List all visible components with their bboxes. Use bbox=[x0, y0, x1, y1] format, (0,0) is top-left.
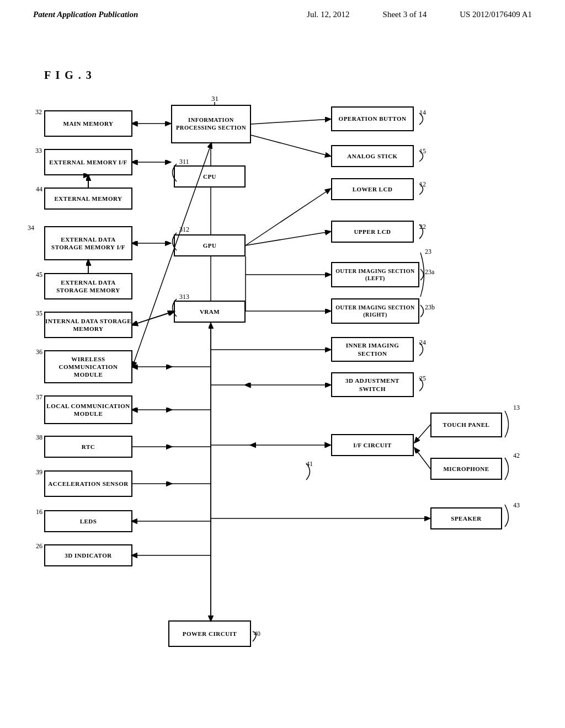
svg-text:37: 37 bbox=[36, 393, 42, 401]
gpu-box: GPU bbox=[174, 234, 246, 256]
svg-text:23a: 23a bbox=[425, 268, 435, 276]
svg-text:42: 42 bbox=[513, 452, 520, 459]
svg-text:311: 311 bbox=[179, 158, 189, 165]
three-d-adjustment-box: 3D ADJUSTMENT SWITCH bbox=[331, 372, 414, 397]
local-comm-box: LOCAL COMMUNICATION MODULE bbox=[44, 395, 132, 424]
svg-text:313: 313 bbox=[179, 293, 189, 301]
svg-text:24: 24 bbox=[419, 339, 426, 346]
wireless-comm-box: WIRELESS COMMUNICATION MODULE bbox=[44, 350, 132, 383]
page-header: Patent Application Publication Jul. 12, … bbox=[0, 0, 565, 25]
svg-text:23b: 23b bbox=[425, 303, 435, 311]
microphone-box: MICROPHONE bbox=[430, 458, 502, 480]
svg-text:36: 36 bbox=[36, 348, 42, 356]
svg-line-40 bbox=[132, 312, 173, 325]
svg-text:14: 14 bbox=[419, 109, 426, 116]
svg-text:44: 44 bbox=[36, 185, 42, 193]
svg-text:31: 31 bbox=[211, 94, 218, 103]
svg-line-74 bbox=[415, 425, 430, 442]
svg-text:12: 12 bbox=[419, 180, 426, 188]
svg-text:34: 34 bbox=[28, 224, 34, 232]
svg-text:23: 23 bbox=[425, 248, 431, 255]
svg-text:33: 33 bbox=[35, 147, 42, 154]
vram-box: VRAM bbox=[174, 301, 246, 323]
svg-text:35: 35 bbox=[36, 309, 42, 317]
svg-text:38: 38 bbox=[36, 433, 42, 441]
svg-text:15: 15 bbox=[419, 147, 426, 155]
svg-line-61 bbox=[251, 135, 330, 156]
acceleration-sensor-box: ACCELERATION SENSOR bbox=[44, 470, 132, 497]
inner-imaging-box: INNER IMAGING SECTION bbox=[331, 337, 414, 362]
touch-panel-box: TOUCH PANEL bbox=[430, 413, 502, 437]
operation-button-box: OPERATION BUTTON bbox=[331, 106, 414, 131]
svg-text:16: 16 bbox=[36, 508, 42, 516]
svg-line-63 bbox=[246, 232, 330, 245]
upper-lcd-box: UPPER LCD bbox=[331, 221, 414, 243]
svg-line-60 bbox=[251, 119, 330, 124]
internal-data-storage-box: INTERNAL DATA STORAGE MEMORY bbox=[44, 312, 132, 338]
outer-imaging-right-box: OUTER IMAGING SECTION (RIGHT) bbox=[331, 298, 419, 324]
outer-imaging-left-box: OUTER IMAGING SECTION (LEFT) bbox=[331, 262, 419, 287]
ext-data-storage-box: EXTERNAL DATA STORAGE MEMORY bbox=[44, 273, 132, 299]
rtc-box: RTC bbox=[44, 436, 132, 458]
main-memory-box: MAIN MEMORY bbox=[44, 110, 132, 137]
leds-box: LEDS bbox=[44, 510, 132, 532]
svg-text:32: 32 bbox=[35, 108, 42, 116]
header-patent: US 2012/0176409 A1 bbox=[460, 10, 532, 19]
analog-stick-box: ANALOG STICK bbox=[331, 145, 414, 167]
svg-text:43: 43 bbox=[513, 501, 520, 509]
svg-line-75 bbox=[415, 448, 430, 469]
ext-data-storage-if-box: EXTERNAL DATA STORAGE MEMORY I/F bbox=[44, 226, 132, 260]
speaker-box: SPEAKER bbox=[430, 507, 502, 529]
svg-text:39: 39 bbox=[36, 468, 42, 476]
power-circuit-box: POWER CIRCUIT bbox=[168, 620, 251, 647]
cpu-box: CPU bbox=[174, 165, 246, 188]
svg-line-47 bbox=[132, 312, 174, 325]
svg-text:13: 13 bbox=[513, 404, 520, 411]
header-left: Patent Application Publication bbox=[33, 10, 138, 19]
header-date: Jul. 12, 2012 bbox=[307, 10, 350, 19]
svg-text:41: 41 bbox=[306, 460, 313, 468]
svg-text:312: 312 bbox=[179, 226, 189, 233]
svg-text:40: 40 bbox=[254, 630, 260, 638]
external-memory-if-box: EXTERNAL MEMORY I/F bbox=[44, 149, 132, 175]
header-sheet: Sheet 3 of 14 bbox=[383, 10, 427, 19]
svg-text:26: 26 bbox=[36, 542, 42, 550]
svg-text:45: 45 bbox=[36, 271, 42, 279]
lower-lcd-box: LOWER LCD bbox=[331, 178, 414, 200]
external-memory-box: EXTERNAL MEMORY bbox=[44, 188, 132, 210]
svg-line-62 bbox=[246, 189, 330, 245]
svg-text:22: 22 bbox=[419, 223, 426, 231]
diagram-area: F I G . 3 MAIN MEMORY EXTERNAL MEMORY I/… bbox=[0, 25, 565, 714]
fig-label: F I G . 3 bbox=[44, 69, 93, 82]
header-right: Jul. 12, 2012 Sheet 3 of 14 US 2012/0176… bbox=[307, 10, 532, 19]
svg-text:25: 25 bbox=[419, 374, 426, 382]
three-d-indicator-box: 3D INDICATOR bbox=[44, 544, 132, 566]
info-processing-box: INFORMATION PROCESSING SECTION bbox=[171, 105, 251, 143]
if-circuit-box: I/F CIRCUIT bbox=[331, 434, 414, 456]
